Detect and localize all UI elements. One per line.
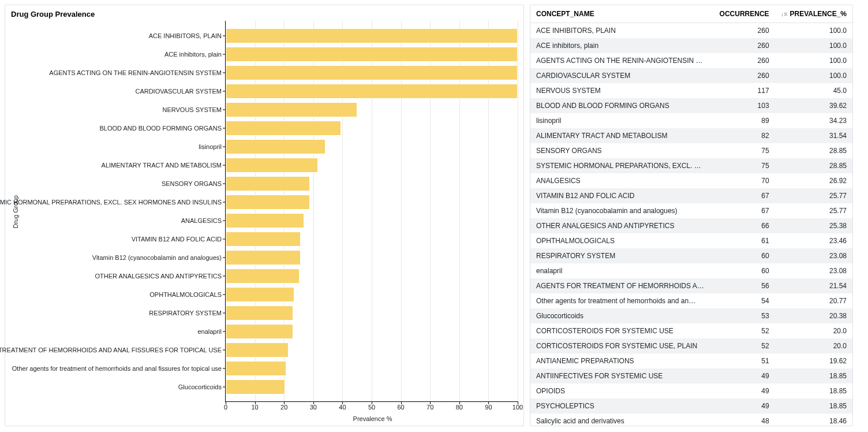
table-row[interactable]: enalapril6023.08 [530,263,852,278]
y-tick-label: Glucocorticoids [178,383,222,390]
cell-concept-name: Salicylic acid and derivatives [530,414,710,426]
bar[interactable] [226,306,293,321]
cell-concept-name: OPIOIDS [530,383,710,399]
cell-occurrence: 49 [710,383,775,399]
table-row[interactable]: ANTIINFECTIVES FOR SYSTEMIC USE4918.85 [530,368,852,383]
x-tick-label: 100 [512,401,523,411]
y-tick-label: SYSTEMIC HORMONAL PREPARATIONS, EXCL. SE… [0,199,222,206]
bar[interactable] [226,139,326,154]
table-row[interactable]: Other agents for treatment of hemorrhoid… [530,293,852,308]
y-axis-labels: ACE INHIBITORS, PLAINACE inhibitors, pla… [20,21,225,402]
data-table[interactable]: CONCEPT_NAME OCCURRENCE ↓≡PREVALENCE_% A… [530,5,852,426]
cell-prevalence: 21.54 [775,278,852,293]
cell-prevalence: 28.85 [775,143,852,158]
table-row[interactable]: ACE INHIBITORS, PLAIN260100.0 [530,23,852,39]
cell-occurrence: 54 [710,293,775,308]
table-row[interactable]: CORTICOSTEROIDS FOR SYSTEMIC USE, PLAIN5… [530,338,852,353]
y-tick-label: ALIMENTARY TRACT AND METABOLISM [102,162,222,169]
bar[interactable] [226,121,341,136]
table-row[interactable]: OPHTHALMOLOGICALS6123.46 [530,233,852,248]
y-tick-label: NERVOUS SYSTEM [163,106,222,113]
cell-occurrence: 260 [710,23,775,39]
y-tick-label: RESPIRATORY SYSTEM [149,310,222,316]
bar[interactable] [226,65,518,80]
cell-occurrence: 103 [710,98,775,113]
y-tick-label: OTHER ANALGESICS AND ANTIPYRETICS [95,273,222,280]
cell-prevalence: 26.92 [775,173,852,188]
bar[interactable] [226,213,304,228]
bar[interactable] [226,269,300,284]
cell-occurrence: 260 [710,68,775,83]
bar[interactable] [226,287,294,302]
cell-occurrence: 61 [710,233,775,248]
table-row[interactable]: SENSORY ORGANS7528.85 [530,143,852,158]
col-concept-name[interactable]: CONCEPT_NAME [530,5,710,23]
table-row[interactable]: PSYCHOLEPTICS4918.85 [530,399,852,414]
table-row[interactable]: Vitamin B12 (cyanocobalamin and analogue… [530,203,852,218]
cell-concept-name: ANTIINFECTIVES FOR SYSTEMIC USE [530,368,710,383]
y-tick-label: OPHTHALMOLOGICALS [149,291,222,298]
cell-concept-name: OPHTHALMOLOGICALS [530,233,710,248]
y-tick-label: Vitamin B12 (cyanocobalamin and analogue… [92,254,222,261]
chart-panel: Drug Group Prevalence Drug Group ACE INH… [5,5,524,426]
table-row[interactable]: CORTICOSTEROIDS FOR SYSTEMIC USE5220.0 [530,323,852,338]
bar[interactable] [226,176,310,191]
bar[interactable] [226,232,301,247]
table-row[interactable]: RESPIRATORY SYSTEM6023.08 [530,248,852,263]
bar[interactable] [226,158,318,173]
x-tick-label: 40 [339,401,346,411]
bar[interactable] [226,47,518,62]
bar[interactable] [226,28,518,43]
table-row[interactable]: Glucocorticoids5320.38 [530,308,852,323]
table-row[interactable]: VITAMIN B12 AND FOLIC ACID6725.77 [530,188,852,203]
cell-prevalence: 100.0 [775,23,852,39]
table-row[interactable]: BLOOD AND BLOOD FORMING ORGANS10339.62 [530,98,852,113]
table-row[interactable]: lisinopril8934.23 [530,113,852,128]
table-row[interactable]: AGENTS FOR TREATMENT OF HEMORRHOIDS AND … [530,278,852,293]
table-row[interactable]: ACE inhibitors, plain260100.0 [530,38,852,53]
x-tick-label: 0 [224,401,227,411]
col-occurrence[interactable]: OCCURRENCE [710,5,775,23]
bar[interactable] [226,361,286,376]
sort-desc-icon: ↓≡ [781,10,788,17]
table-row[interactable]: OTHER ANALGESICS AND ANTIPYRETICS6625.38 [530,218,852,233]
cell-occurrence: 67 [710,188,775,203]
bar[interactable] [226,102,357,117]
cell-prevalence: 39.62 [775,98,852,113]
bar[interactable] [226,324,293,339]
cell-prevalence: 18.85 [775,399,852,414]
y-tick-label: SENSORY ORGANS [162,180,222,187]
cell-prevalence: 34.23 [775,113,852,128]
table-row[interactable]: NERVOUS SYSTEM11745.0 [530,83,852,98]
cell-concept-name: NERVOUS SYSTEM [530,83,710,98]
cell-concept-name: Other agents for treatment of hemorrhoid… [530,293,710,308]
bar[interactable] [226,379,285,394]
bar[interactable] [226,250,301,265]
table-row[interactable]: SYSTEMIC HORMONAL PREPARATIONS, EXCL. SE… [530,158,852,173]
bar[interactable] [226,84,518,99]
table-row[interactable]: AGENTS ACTING ON THE RENIN-ANGIOTENSIN S… [530,53,852,68]
table-panel[interactable]: CONCEPT_NAME OCCURRENCE ↓≡PREVALENCE_% A… [530,5,853,426]
table-row[interactable]: ANTIANEMIC PREPARATIONS5119.62 [530,353,852,368]
bars-region[interactable]: 0102030405060708090100 [225,21,518,402]
cell-concept-name: ACE inhibitors, plain [530,38,710,53]
cell-prevalence: 100.0 [775,53,852,68]
x-tick-label: 70 [426,401,433,411]
cell-prevalence: 28.85 [775,158,852,173]
table-row[interactable]: CARDIOVASCULAR SYSTEM260100.0 [530,68,852,83]
plot-area[interactable]: Drug Group ACE INHIBITORS, PLAINACE inhi… [11,21,518,403]
cell-prevalence: 18.85 [775,368,852,383]
cell-concept-name: ANALGESICS [530,173,710,188]
table-row[interactable]: ALIMENTARY TRACT AND METABOLISM8231.54 [530,128,852,143]
x-tick-label: 50 [368,401,375,411]
table-row[interactable]: Salicylic acid and derivatives4818.46 [530,414,852,426]
bar[interactable] [226,342,289,357]
col-prevalence[interactable]: ↓≡PREVALENCE_% [775,5,852,23]
bar[interactable] [226,195,310,210]
cell-concept-name: AGENTS ACTING ON THE RENIN-ANGIOTENSIN S… [530,53,710,68]
table-row[interactable]: OPIOIDS4918.85 [530,383,852,399]
cell-prevalence: 20.77 [775,293,852,308]
cell-prevalence: 25.38 [775,218,852,233]
grid-line [518,21,518,401]
table-row[interactable]: ANALGESICS7026.92 [530,173,852,188]
